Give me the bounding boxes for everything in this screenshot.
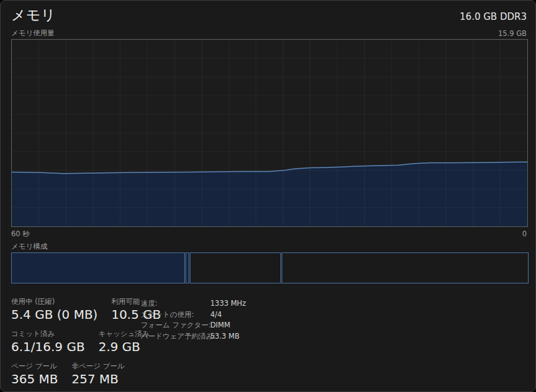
detail-hardware-reserved: ハードウェア予約済み: 53.3 MB — [141, 331, 246, 342]
detail-label: スロットの使用: — [141, 310, 210, 321]
detail-label: 速度: — [141, 298, 210, 310]
stat-row: 使用中 (圧縮) 5.4 GB (0 MB) 利用可能 10.5 GB — [11, 296, 161, 323]
composition-title: メモリ構成 — [11, 242, 47, 251]
stat-row: ページ プール 365 MB 非ページ プール 257 MB — [11, 361, 161, 388]
page-title: メモリ — [11, 6, 56, 25]
stat-label: ページ プール — [11, 361, 58, 371]
stat-label: 使用中 (圧縮) — [11, 296, 97, 306]
memory-stats: 使用中 (圧縮) 5.4 GB (0 MB) 利用可能 10.5 GB コミット… — [11, 296, 161, 392]
detail-value: DIMM — [210, 320, 230, 331]
detail-value: 53.3 MB — [210, 331, 239, 342]
stat-in-use: 使用中 (圧縮) 5.4 GB (0 MB) — [11, 296, 97, 323]
composition-segment-free[interactable] — [282, 252, 529, 283]
stat-label: 非ページ プール — [72, 361, 125, 371]
usage-chart-max-label: 15.9 GB — [498, 29, 527, 38]
hardware-details: 速度: 1333 MHz スロットの使用: 4/4 フォーム ファクター: DI… — [141, 298, 246, 342]
usage-chart-header: メモリ使用量 15.9 GB — [11, 29, 527, 38]
detail-value: 1333 MHz — [210, 298, 246, 310]
stat-value: 365 MB — [11, 371, 58, 388]
memory-usage-graph[interactable] — [11, 39, 528, 227]
detail-label: フォーム ファクター: — [141, 320, 210, 331]
composition-segment-in-use[interactable] — [11, 252, 185, 283]
stat-value: 5.4 GB (0 MB) — [11, 306, 97, 323]
detail-slots-used: スロットの使用: 4/4 — [141, 310, 246, 321]
x-axis-right-label: 0 — [522, 229, 527, 239]
stat-label: コミット済み — [11, 329, 85, 339]
stat-nonpaged-pool: 非ページ プール 257 MB — [72, 361, 125, 388]
detail-value: 4/4 — [210, 310, 222, 321]
detail-label: ハードウェア予約済み: — [141, 331, 210, 342]
usage-chart-title: メモリ使用量 — [11, 29, 55, 38]
memory-composition-bar[interactable] — [11, 252, 529, 283]
stat-value: 257 MB — [72, 371, 125, 388]
stat-value: 6.1/16.9 GB — [11, 339, 85, 355]
memory-performance-panel: メモリ 16.0 GB DDR3 メモリ使用量 15.9 GB 60 秒 0 メ… — [0, 0, 536, 392]
stat-committed: コミット済み 6.1/16.9 GB — [11, 329, 85, 355]
usage-chart-x-axis: 60 秒 0 — [11, 229, 527, 239]
composition-segment-modified[interactable] — [185, 252, 189, 283]
detail-speed: 速度: 1333 MHz — [141, 298, 246, 310]
x-axis-left-label: 60 秒 — [11, 229, 30, 239]
composition-segment-standby[interactable] — [190, 252, 280, 283]
stat-row: コミット済み 6.1/16.9 GB キャッシュ済み 2.9 GB — [11, 329, 161, 355]
stat-paged-pool: ページ プール 365 MB — [11, 361, 58, 388]
memory-capacity-label: 16.0 GB DDR3 — [460, 11, 527, 22]
detail-form-factor: フォーム ファクター: DIMM — [141, 320, 246, 331]
